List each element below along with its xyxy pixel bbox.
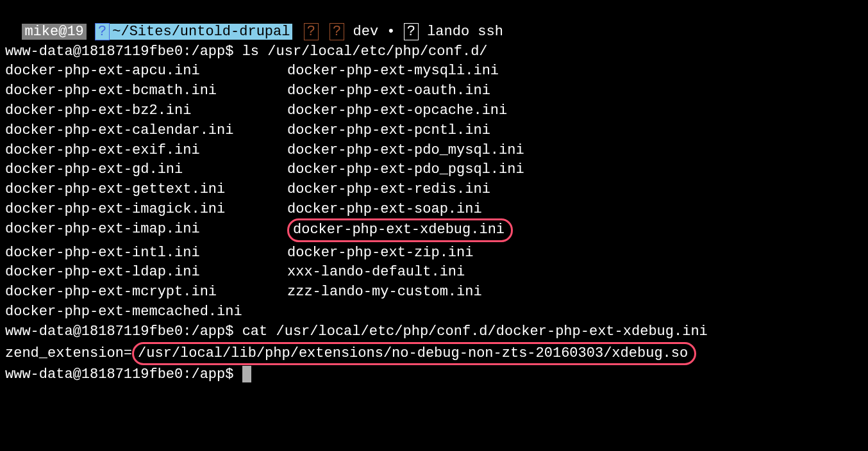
status-command: lando ssh	[427, 24, 503, 40]
status-icon-git2: ?	[330, 23, 344, 40]
prompt-line-1: www-data@18187119fbe0:/app$ ls /usr/loca…	[5, 42, 863, 62]
file-listing: docker-php-ext-apcu.inidocker-php-ext-my…	[5, 62, 863, 322]
file-row: docker-php-ext-exif.inidocker-php-ext-pd…	[5, 141, 863, 161]
file-item: docker-php-ext-pcntl.ini	[287, 121, 490, 141]
file-row: docker-php-ext-gettext.inidocker-php-ext…	[5, 180, 863, 200]
file-item: xxx-lando-default.ini	[287, 263, 465, 283]
shell-prompt: www-data@18187119fbe0:/app$	[5, 324, 242, 340]
status-icon-git1: ?	[304, 23, 319, 40]
file-item: docker-php-ext-imagick.ini	[5, 200, 287, 220]
file-item: docker-php-ext-gettext.ini	[5, 180, 287, 200]
file-item: zzz-lando-my-custom.ini	[287, 283, 482, 302]
status-dot: •	[387, 24, 395, 40]
file-item: docker-php-ext-bz2.ini	[5, 101, 287, 121]
file-item: docker-php-ext-memcached.ini	[5, 302, 287, 322]
shell-prompt: www-data@18187119fbe0:/app$	[5, 44, 242, 60]
file-item: docker-php-ext-intl.ini	[5, 243, 287, 263]
file-row: docker-php-ext-bcmath.inidocker-php-ext-…	[5, 81, 863, 101]
shell-command-cat: cat /usr/local/etc/php/conf.d/docker-php…	[242, 324, 708, 340]
output-prefix: zend_extension=	[5, 345, 132, 361]
file-item: docker-php-ext-ldap.ini	[5, 263, 287, 283]
file-item: docker-php-ext-calendar.ini	[5, 121, 287, 141]
file-row: docker-php-ext-imap.inidocker-php-ext-xd…	[5, 220, 863, 243]
file-row: docker-php-ext-ldap.inixxx-lando-default…	[5, 263, 863, 283]
file-item: docker-php-ext-mysqli.ini	[287, 62, 499, 81]
status-line: mike@19 ?~/Sites/untold-drupal ? ? dev •…	[5, 3, 863, 42]
file-item: docker-php-ext-pdo_pgsql.ini	[287, 160, 524, 180]
terminal-cursor	[242, 366, 251, 382]
status-path-segment: ~/Sites/untold-drupal	[110, 24, 292, 40]
file-item: docker-php-ext-soap.ini	[287, 200, 482, 220]
file-item: docker-php-ext-redis.ini	[287, 180, 490, 200]
highlighted-xdebug-ini: docker-php-ext-xdebug.ini	[287, 218, 513, 242]
status-icon-command: ?	[404, 23, 419, 40]
shell-command-ls: ls /usr/local/etc/php/conf.d/	[242, 44, 488, 60]
status-branch: dev	[353, 24, 379, 40]
file-row: docker-php-ext-intl.inidocker-php-ext-zi…	[5, 243, 863, 263]
file-item: docker-php-ext-apcu.ini	[5, 62, 287, 81]
file-item: docker-php-ext-oauth.ini	[287, 81, 490, 101]
file-item: docker-php-ext-mcrypt.ini	[5, 283, 287, 302]
file-row: docker-php-ext-calendar.inidocker-php-ex…	[5, 121, 863, 141]
file-row: docker-php-ext-mcrypt.inizzz-lando-my-cu…	[5, 283, 863, 302]
file-item: docker-php-ext-xdebug.ini	[287, 220, 513, 243]
file-row: docker-php-ext-apcu.inidocker-php-ext-my…	[5, 62, 863, 81]
highlighted-extension-path: /usr/local/lib/php/extensions/no-debug-n…	[132, 342, 696, 366]
shell-prompt: www-data@18187119fbe0:/app$	[5, 366, 242, 382]
file-row: docker-php-ext-imagick.inidocker-php-ext…	[5, 200, 863, 220]
file-item: docker-php-ext-exif.ini	[5, 141, 287, 161]
file-item: docker-php-ext-zip.ini	[287, 243, 473, 263]
cat-output-line: zend_extension=/usr/local/lib/php/extens…	[5, 342, 863, 366]
prompt-line-2: www-data@18187119fbe0:/app$ cat /usr/loc…	[5, 322, 863, 342]
prompt-line-3[interactable]: www-data@18187119fbe0:/app$	[5, 365, 863, 385]
file-item: docker-php-ext-imap.ini	[5, 220, 287, 243]
file-row: docker-php-ext-gd.inidocker-php-ext-pdo_…	[5, 160, 863, 180]
file-item: docker-php-ext-pdo_mysql.ini	[287, 141, 524, 161]
file-item: docker-php-ext-opcache.ini	[287, 101, 507, 121]
status-user-segment: mike@19	[22, 24, 86, 40]
file-row: docker-php-ext-memcached.ini	[5, 302, 863, 322]
file-row: docker-php-ext-bz2.inidocker-php-ext-opc…	[5, 101, 863, 121]
file-item: docker-php-ext-bcmath.ini	[5, 81, 287, 101]
file-item: docker-php-ext-gd.ini	[5, 160, 287, 180]
status-icon-folder: ?	[95, 23, 110, 40]
